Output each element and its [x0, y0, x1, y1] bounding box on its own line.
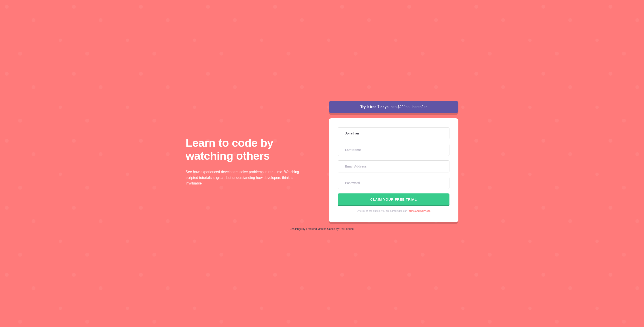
- attribution-coded-prefix: . Coded by: [326, 227, 340, 231]
- last-name-input[interactable]: [338, 144, 450, 156]
- hero-description: See how experienced developers solve pro…: [186, 169, 306, 186]
- terms-prefix: By clicking the button, you are agreeing…: [357, 210, 408, 212]
- attribution: Challenge by Frontend Mentor. Coded by O…: [290, 227, 354, 231]
- signup-section: Try it free 7 days then $20/mo. thereaft…: [329, 101, 458, 222]
- email-input[interactable]: [338, 160, 450, 172]
- trial-banner: Try it free 7 days then $20/mo. thereaft…: [329, 101, 458, 113]
- hero-title: Learn to code by watching others: [186, 137, 315, 162]
- main-container: Learn to code by watching others See how…: [186, 101, 458, 222]
- first-name-input[interactable]: [338, 127, 450, 139]
- attribution-suffix: .: [354, 227, 354, 231]
- signup-form: CLAIM YOUR FREE TRIAL By clicking the bu…: [329, 118, 458, 222]
- trial-banner-bold: Try it free 7 days: [360, 105, 388, 109]
- password-input[interactable]: [338, 177, 450, 189]
- hero-section: Learn to code by watching others See how…: [186, 137, 315, 186]
- terms-text: By clicking the button, you are agreeing…: [338, 209, 450, 213]
- terms-link[interactable]: Terms and Services: [408, 210, 430, 212]
- attribution-challenge-link[interactable]: Frontend Mentor: [306, 227, 326, 231]
- attribution-coded-link[interactable]: Obi Fortune: [340, 227, 354, 231]
- attribution-challenge-prefix: Challenge by: [290, 227, 306, 231]
- trial-banner-light: then $20/mo. thereafter: [389, 105, 427, 109]
- submit-button[interactable]: CLAIM YOUR FREE TRIAL: [338, 193, 450, 205]
